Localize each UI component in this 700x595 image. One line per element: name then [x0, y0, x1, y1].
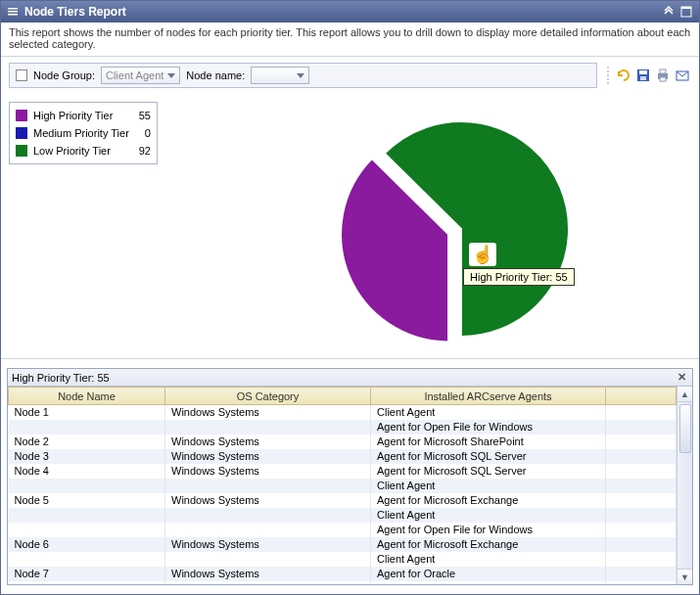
node-name-label: Node name: [186, 69, 245, 81]
cell-spare [606, 464, 677, 479]
legend-label: High Priority Tier [33, 110, 113, 121]
legend-value: 0 [135, 127, 151, 139]
legend-item[interactable]: Medium Priority Tier 0 [16, 124, 151, 142]
table-row[interactable]: Agent for Open File for Windows [9, 523, 677, 537]
table-row[interactable]: Node 7 Windows Systems Agent for Oracle [9, 567, 677, 581]
svg-rect-6 [639, 70, 647, 74]
cell-agent: Client Agent [371, 405, 606, 420]
cell-os [165, 508, 371, 523]
cell-agent: Client Agent [371, 479, 606, 493]
svg-rect-1 [8, 11, 18, 13]
legend-swatch [16, 145, 27, 157]
col-spare [606, 388, 677, 405]
table-row[interactable]: Node 2 Windows Systems Agent for Microso… [9, 435, 677, 449]
legend-item[interactable]: Low Priority Tier 92 [16, 142, 151, 160]
email-icon[interactable] [674, 67, 691, 84]
cell-os: Windows Systems [165, 493, 371, 508]
scroll-thumb[interactable] [679, 404, 691, 453]
cell-os [165, 581, 371, 585]
svg-rect-9 [660, 69, 666, 73]
data-table: Node Name OS Category Installed ARCserve… [8, 387, 677, 584]
svg-rect-10 [660, 77, 666, 81]
cell-agent: Agent for Open File for Windows [371, 523, 606, 537]
node-group-label: Node Group: [33, 69, 95, 81]
pointer-cursor-icon: ☝ [469, 243, 496, 266]
col-installed-agents[interactable]: Installed ARCserve Agents [371, 388, 606, 405]
scroll-down-icon[interactable]: ▼ [677, 569, 692, 584]
cell-spare [606, 537, 677, 552]
detail-panel: High Priority Tier: 55 ✕ Node Name OS Ca… [7, 368, 693, 585]
cell-node: Node 6 [9, 537, 165, 552]
legend-label: Low Priority Tier [33, 145, 111, 157]
panel-menu-icon[interactable] [7, 6, 19, 18]
cell-os: Windows Systems [165, 449, 371, 464]
cell-spare [606, 449, 677, 464]
cell-spare [606, 508, 677, 523]
titlebar: Node Tiers Report [1, 1, 699, 23]
cell-spare [606, 567, 677, 581]
cell-os [165, 552, 371, 567]
cell-os: Windows Systems [165, 435, 371, 449]
collapse-icon[interactable] [662, 5, 676, 19]
col-os-category[interactable]: OS Category [165, 388, 371, 405]
panel-title: Node Tiers Report [24, 5, 126, 19]
panel: Node Tiers Report This report shows the … [0, 0, 700, 595]
cell-node [9, 508, 165, 523]
cell-os [165, 523, 371, 537]
refresh-icon[interactable] [615, 67, 632, 84]
chart-area: High Priority Tier 55 Medium Priority Ti… [1, 94, 699, 358]
cell-agent: Agent for Microsoft SQL Server [371, 464, 606, 479]
maximize-icon[interactable] [679, 5, 693, 19]
cell-agent: Agent for Oracle [371, 567, 606, 581]
scroll-track[interactable] [677, 455, 692, 569]
cell-agent: Client Agent [371, 508, 606, 523]
cell-node: Node 3 [9, 449, 165, 464]
table-row[interactable]: Agent for Open File for Windows [9, 420, 677, 435]
table-row[interactable]: Client Agent [9, 581, 677, 585]
table-row[interactable]: Node 5 Windows Systems Agent for Microso… [9, 493, 677, 508]
cell-agent: Client Agent [371, 581, 606, 585]
table-row[interactable]: Node 3 Windows Systems Agent for Microso… [9, 449, 677, 464]
cell-spare [606, 479, 677, 493]
table-row[interactable]: Node 4 Windows Systems Agent for Microso… [9, 464, 677, 479]
cell-spare [606, 552, 677, 567]
cell-node: Node 4 [9, 464, 165, 479]
cell-agent: Agent for Open File for Windows [371, 420, 606, 435]
table-row[interactable]: Client Agent [9, 552, 677, 567]
table-row[interactable]: Client Agent [9, 508, 677, 523]
pie-chart[interactable] [334, 102, 588, 356]
description: This report shows the number of nodes fo… [1, 23, 699, 57]
legend-item[interactable]: High Priority Tier 55 [16, 107, 151, 124]
cell-node: Node 2 [9, 435, 165, 449]
save-icon[interactable] [634, 67, 652, 84]
cell-spare [606, 405, 677, 420]
vertical-scrollbar[interactable]: ▲ ▼ [677, 387, 692, 584]
legend-value: 92 [129, 145, 151, 157]
cell-agent: Agent for Microsoft SQL Server [371, 449, 606, 464]
legend-swatch [16, 110, 27, 121]
svg-rect-0 [8, 8, 18, 10]
detail-title: High Priority Tier: 55 [12, 372, 110, 384]
cell-node: Node 5 [9, 493, 165, 508]
cell-os: Windows Systems [165, 567, 371, 581]
col-node-name[interactable]: Node Name [9, 388, 165, 405]
divider [1, 358, 699, 364]
cell-spare [606, 420, 677, 435]
cell-node [9, 581, 165, 585]
node-group-value: Client Agent [106, 69, 163, 81]
print-icon[interactable] [654, 67, 672, 84]
table-row[interactable]: Client Agent [9, 479, 677, 493]
table-row[interactable]: Node 6 Windows Systems Agent for Microso… [9, 537, 677, 552]
legend-value: 55 [129, 110, 151, 121]
node-name-select[interactable] [251, 67, 309, 84]
cell-agent: Agent for Microsoft Exchange [371, 493, 606, 508]
close-icon[interactable]: ✕ [675, 371, 688, 385]
table-header-row: Node Name OS Category Installed ARCserve… [9, 388, 677, 405]
node-group-select[interactable]: Client Agent [101, 67, 180, 84]
cell-os: Windows Systems [165, 464, 371, 479]
chart-tooltip: High Priority Tier: 55 [463, 268, 575, 286]
node-group-checkbox[interactable] [16, 69, 27, 81]
svg-rect-7 [640, 76, 646, 80]
scroll-up-icon[interactable]: ▲ [677, 387, 692, 402]
table-row[interactable]: Node 1 Windows Systems Client Agent [9, 405, 677, 420]
